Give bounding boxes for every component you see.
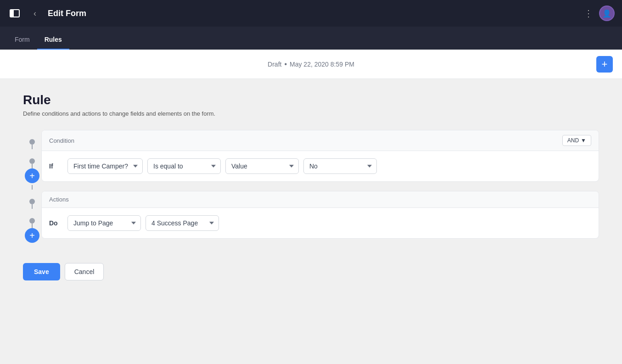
rule-builder: + + Condition AND ▼ If — [23, 130, 599, 245]
add-rule-button[interactable]: + — [596, 56, 613, 73]
and-button[interactable]: AND ▼ — [562, 135, 591, 146]
avatar[interactable]: 👤 — [599, 6, 615, 21]
condition-card: Condition AND ▼ If First time Camper? Is… — [41, 130, 599, 182]
statusbar: Draft • May 22, 2020 8:59 PM + — [0, 50, 622, 79]
topbar: ‹ Edit Form ⋮ 👤 — [0, 0, 622, 27]
timeline-line-4 — [32, 204, 33, 209]
page-title: Edit Form — [48, 9, 578, 18]
condition-header: Condition AND ▼ — [42, 130, 599, 151]
timeline-line-1 — [32, 145, 33, 149]
draft-status: Draft — [268, 61, 281, 68]
sidebar-toggle-icon — [10, 9, 20, 17]
actions-card: Actions Do Jump to Page 4 Success Page — [41, 191, 599, 239]
actions-label: Actions — [49, 196, 69, 203]
footer-actions: Save Cancel — [23, 263, 599, 280]
rule-heading: Rule — [23, 93, 599, 107]
actions-header: Actions — [42, 191, 599, 208]
type-select[interactable]: Value — [225, 158, 299, 174]
timeline-dot-3 — [29, 199, 35, 204]
timeline-line-2 — [32, 164, 33, 168]
value-select[interactable]: No — [303, 158, 377, 174]
back-button[interactable]: ‹ — [28, 6, 42, 21]
more-options-button[interactable]: ⋮ — [584, 8, 594, 19]
field-select[interactable]: First time Camper? — [67, 158, 143, 174]
timeline-dot-4 — [29, 218, 35, 224]
rule-panels: Condition AND ▼ If First time Camper? Is… — [41, 130, 599, 245]
condition-label: Condition — [49, 137, 74, 144]
action-target-select[interactable]: 4 Success Page — [146, 215, 219, 231]
operator-select[interactable]: Is equal to — [147, 158, 221, 174]
cancel-button[interactable]: Cancel — [65, 263, 104, 280]
status-dot: • — [284, 60, 287, 68]
timeline: + + — [23, 130, 41, 245]
timeline-dot-top — [29, 139, 35, 145]
sidebar-toggle-button[interactable] — [7, 6, 22, 21]
section-gap-1 — [41, 182, 599, 191]
if-label: If — [49, 162, 63, 170]
and-label: AND — [567, 137, 579, 144]
rule-subtext: Define conditions and actions to change … — [23, 110, 599, 117]
timeline-dot-2 — [29, 158, 35, 164]
save-button[interactable]: Save — [23, 263, 60, 280]
and-chevron-icon: ▼ — [581, 137, 586, 144]
add-action-button[interactable]: + — [25, 228, 39, 243]
condition-body: If First time Camper? Is equal to Value … — [42, 151, 599, 181]
subnav: Form Rules — [0, 27, 622, 50]
add-condition-button[interactable]: + — [25, 168, 39, 183]
tab-form[interactable]: Form — [7, 29, 37, 50]
do-label: Do — [49, 219, 63, 227]
status-date: May 22, 2020 8:59 PM — [290, 61, 354, 68]
actions-body: Do Jump to Page 4 Success Page — [42, 208, 599, 238]
timeline-line-3 — [32, 185, 33, 190]
timeline-line-5 — [32, 224, 33, 228]
action-type-select[interactable]: Jump to Page — [67, 215, 141, 231]
main-content: Rule Define conditions and actions to ch… — [0, 79, 622, 364]
tab-rules[interactable]: Rules — [37, 29, 69, 50]
